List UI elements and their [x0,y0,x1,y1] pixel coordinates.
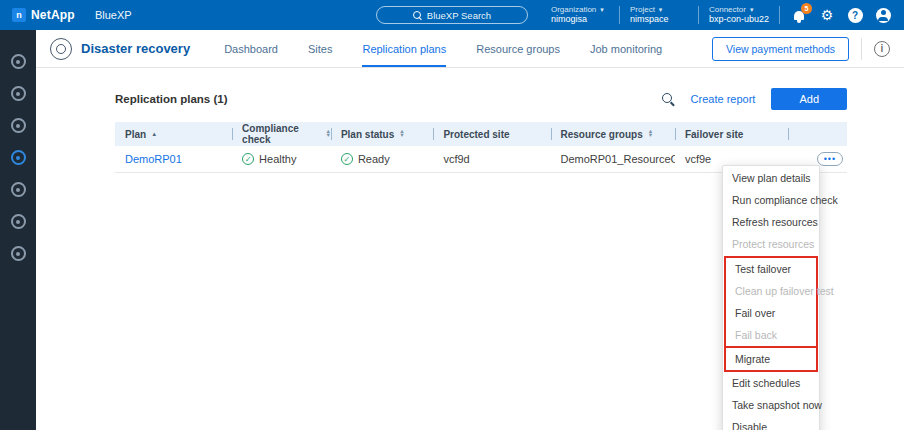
tab-resource-groups[interactable]: Resource groups [476,30,560,67]
notifications-button[interactable]: 5 [790,6,808,24]
account-button[interactable] [874,6,892,24]
organization-label: Organization [551,5,596,14]
settings-button[interactable]: ⚙ [818,6,836,24]
help-icon: ? [848,8,863,23]
menu-item-take-snapshot-now[interactable]: Take snapshot now [723,394,819,416]
help-button[interactable]: ? [846,6,864,24]
menu-item-protect-resources: Protect resources [723,233,819,255]
column-header-plan[interactable]: Plan ▲ [115,122,232,146]
table-header-row: Plan ▲ Compliance check ▲▼ Plan status ▲… [115,122,847,146]
netapp-logo-icon: n [12,8,26,22]
table-search-icon[interactable] [662,93,675,106]
menu-item-clean-up-failover-test: Clean up failover test [726,280,816,302]
column-header-compliance-check[interactable]: Compliance check ▲▼ [232,122,331,146]
view-payment-methods-button[interactable]: View payment methods [712,37,849,61]
divider [619,6,620,24]
organization-value: nimogisa [551,14,609,24]
column-header-failover-site[interactable]: Failover site [675,122,788,146]
service-header: Disaster recovery Dashboard Sites Replic… [36,30,904,68]
page-title: Disaster recovery [81,41,190,56]
menu-item-fail-back: Fail back [726,324,816,346]
project-selector[interactable]: Project ▾ nimspace [630,5,688,25]
menu-item-view-plan-details[interactable]: View plan details [723,167,819,189]
tab-replication-plans[interactable]: Replication plans [362,30,446,67]
project-value: nimspace [630,14,688,24]
connector-label: Connector [709,5,746,14]
divider [861,38,862,60]
row-actions-menu-button[interactable]: ••• [817,152,843,166]
info-icon[interactable]: i [874,41,890,57]
column-header-protected-site[interactable]: Protected site [433,122,550,146]
connector-selector[interactable]: Connector ▾ bxp-con-ubu22 [709,5,769,25]
organization-selector[interactable]: Organization ▾ nimogisa [551,5,609,25]
divider [698,6,699,24]
chevron-down-icon: ▾ [659,6,663,14]
menu-item-migrate[interactable]: Migrate [726,348,816,370]
row-actions-menu: View plan details Run compliance check R… [722,165,820,430]
healthy-check-icon: ✓ [242,153,254,165]
sort-icon: ▲▼ [648,130,653,137]
migrate-highlight-box: Migrate [724,346,818,372]
divider [779,6,780,24]
failover-actions-highlight-box: Test failover Clean up failover test Fai… [724,256,818,348]
failover-site-value: vcf9e [685,153,711,165]
menu-item-run-compliance-check[interactable]: Run compliance check [723,189,819,211]
create-report-link[interactable]: Create report [691,93,756,105]
bluexp-search[interactable]: BlueXP Search [376,6,528,24]
project-label: Project [630,5,655,14]
sidebar-item-3[interactable] [11,118,26,133]
sidebar-item-6[interactable] [11,214,26,229]
chevron-down-icon: ▾ [600,6,604,14]
sidebar-item-7[interactable] [11,246,26,261]
connector-value: bxp-con-ubu22 [709,14,769,24]
disaster-recovery-icon [50,38,72,60]
tab-job-monitoring[interactable]: Job monitoring [590,30,662,67]
protected-site-value: vcf9d [443,153,469,165]
menu-item-test-failover[interactable]: Test failover [726,258,816,280]
search-label: BlueXP Search [427,10,491,21]
plan-status-value: Ready [358,153,390,165]
chevron-down-icon: ▾ [750,6,754,14]
sidebar-item-2[interactable] [11,86,26,101]
ready-check-icon: ✓ [341,153,353,165]
sort-asc-icon: ▲ [151,131,157,137]
tab-sites[interactable]: Sites [308,30,332,67]
brand-name: NetApp [31,8,75,22]
plan-name-link[interactable]: DemoRP01 [125,153,182,165]
menu-item-fail-over[interactable]: Fail over [726,302,816,324]
column-header-plan-status[interactable]: Plan status ▲▼ [331,122,433,146]
add-plan-button[interactable]: Add [771,88,847,110]
notification-badge: 5 [801,3,812,14]
menu-item-refresh-resources[interactable]: Refresh resources [723,211,819,233]
sort-icon: ▲▼ [399,130,404,137]
sidebar-item-1[interactable] [11,54,26,69]
menu-item-disable[interactable]: Disable [723,416,819,430]
menu-item-edit-schedules[interactable]: Edit schedules [723,372,819,394]
tab-dashboard[interactable]: Dashboard [224,30,278,67]
user-avatar-icon [876,8,891,23]
gear-icon: ⚙ [821,8,834,22]
resource-groups-value: DemoRP01_ResourceGroup1 [561,153,675,165]
column-header-resource-groups[interactable]: Resource groups ▲▼ [551,122,675,146]
service-sidebar [0,30,36,430]
sidebar-item-disaster-recovery[interactable] [11,150,26,165]
topbar: n NetApp BlueXP BlueXP Search Organizati… [0,0,904,30]
section-heading: Replication plans (1) [115,93,227,105]
sidebar-item-5[interactable] [11,182,26,197]
search-icon [413,11,422,20]
compliance-value: Healthy [259,153,296,165]
tab-bar: Dashboard Sites Replication plans Resour… [224,30,662,67]
product-name: BlueXP [95,9,132,21]
